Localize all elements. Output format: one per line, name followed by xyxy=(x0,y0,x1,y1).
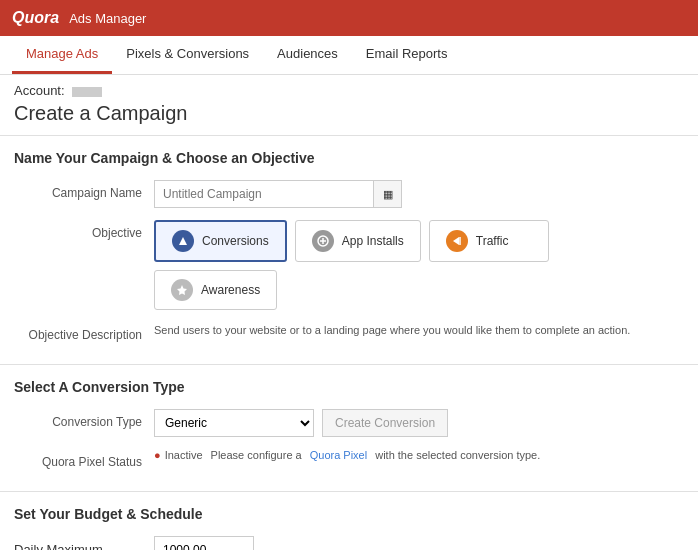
awareness-icon xyxy=(171,279,193,301)
conversion-section: Select A Conversion Type Conversion Type… xyxy=(0,364,698,491)
campaign-section: Name Your Campaign & Choose an Objective… xyxy=(0,135,698,364)
daily-budget-label: Daily Maximum Budget xyxy=(14,542,128,550)
calendar-icon: ▦ xyxy=(383,188,393,201)
create-conversion-button[interactable]: Create Conversion xyxy=(322,409,448,437)
conversion-type-select[interactable]: Generic xyxy=(154,409,314,437)
conversion-type-control: Generic Create Conversion xyxy=(154,409,684,437)
header-title: Ads Manager xyxy=(69,11,146,26)
svg-marker-4 xyxy=(453,237,459,245)
objective-awareness-label: Awareness xyxy=(201,283,260,297)
objective-conversions-label: Conversions xyxy=(202,234,269,248)
campaign-name-label: Campaign Name xyxy=(14,180,154,200)
budget-section-title: Set Your Budget & Schedule xyxy=(14,506,684,522)
objective-app-installs-label: App Installs xyxy=(342,234,404,248)
pixel-status-suffix: with the selected conversion type. xyxy=(375,449,540,461)
campaign-name-field: ▦ xyxy=(154,180,684,208)
pixel-status-info: ● Inactive Please configure a Quora Pixe… xyxy=(154,449,684,461)
objective-desc-label: Objective Description xyxy=(14,322,154,342)
quora-logo: Quora xyxy=(12,9,59,27)
pixel-status-dot: ● xyxy=(154,449,161,461)
header: Quora Ads Manager xyxy=(0,0,698,36)
nav-pixels-conversions[interactable]: Pixels & Conversions xyxy=(112,36,263,74)
objective-traffic[interactable]: Traffic xyxy=(429,220,549,262)
quora-pixel-link[interactable]: Quora Pixel xyxy=(310,449,367,461)
svg-marker-0 xyxy=(179,237,187,245)
svg-marker-6 xyxy=(177,285,187,295)
pixel-status-text: Please configure a xyxy=(211,449,302,461)
daily-budget-row: Daily Maximum Budget ? xyxy=(14,536,684,550)
objective-app-installs[interactable]: App Installs xyxy=(295,220,421,262)
objective-label: Objective xyxy=(14,220,154,240)
daily-budget-label-group: Daily Maximum Budget ? xyxy=(14,536,154,550)
page-title: Create a Campaign xyxy=(0,100,698,135)
objective-conversions[interactable]: Conversions xyxy=(154,220,287,262)
campaign-name-row: Campaign Name ▦ xyxy=(14,180,684,208)
campaign-section-title: Name Your Campaign & Choose an Objective xyxy=(14,150,684,166)
conversion-type-label: Conversion Type xyxy=(14,409,154,429)
objective-awareness[interactable]: Awareness xyxy=(154,270,277,310)
objective-options: Conversions App Installs Traffic xyxy=(154,220,684,310)
objective-grid: Conversions App Installs Traffic xyxy=(154,220,684,262)
conversion-type-row: Conversion Type Generic Create Conversio… xyxy=(14,409,684,437)
objective-traffic-label: Traffic xyxy=(476,234,509,248)
objective-desc-row: Objective Description Send users to your… xyxy=(14,322,684,342)
nav-email-reports[interactable]: Email Reports xyxy=(352,36,462,74)
breadcrumb-label: Account: xyxy=(14,83,65,98)
daily-budget-control xyxy=(154,536,684,550)
pixel-status-row: Quora Pixel Status ● Inactive Please con… xyxy=(14,449,684,469)
campaign-name-calendar-icon[interactable]: ▦ xyxy=(374,180,402,208)
objective-desc-text: Send users to your website or to a landi… xyxy=(154,324,684,336)
campaign-name-input[interactable] xyxy=(154,180,374,208)
app-installs-icon xyxy=(312,230,334,252)
conversions-icon xyxy=(172,230,194,252)
objective-grid-row2: Awareness xyxy=(154,270,684,310)
budget-section: Set Your Budget & Schedule Daily Maximum… xyxy=(0,491,698,550)
navigation: Manage Ads Pixels & Conversions Audience… xyxy=(0,36,698,75)
account-indicator xyxy=(72,87,102,97)
pixel-status-label: Quora Pixel Status xyxy=(14,449,154,469)
pixel-status-inactive: Inactive xyxy=(165,449,203,461)
nav-audiences[interactable]: Audiences xyxy=(263,36,352,74)
conversion-section-title: Select A Conversion Type xyxy=(14,379,684,395)
daily-budget-input[interactable] xyxy=(154,536,254,550)
traffic-icon xyxy=(446,230,468,252)
objective-row: Objective Conversions App Installs xyxy=(14,220,684,310)
breadcrumb: Account: xyxy=(0,75,698,100)
nav-manage-ads[interactable]: Manage Ads xyxy=(12,36,112,74)
